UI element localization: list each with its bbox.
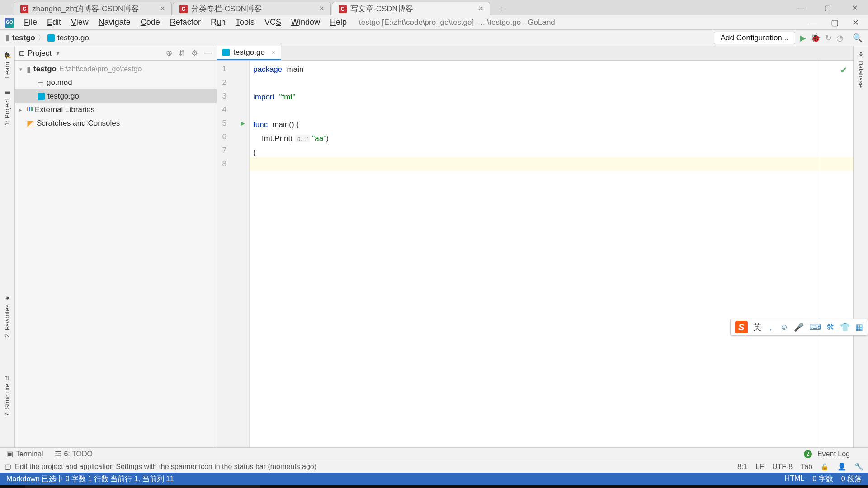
debug-icon[interactable]: 🐞: [811, 33, 821, 43]
project-tab[interactable]: 1: Project▮: [2, 84, 12, 131]
svg-rect-1: [29, 107, 30, 111]
sogou-icon[interactable]: S: [735, 321, 748, 333]
chevron-down-icon[interactable]: ▼: [55, 50, 61, 56]
editor-tab-testgo[interactable]: testgo.go ×: [217, 46, 281, 60]
minimize-icon[interactable]: —: [787, 0, 814, 15]
ime-keyboard-icon[interactable]: ⌨: [809, 322, 821, 332]
minimize-icon[interactable]: —: [809, 18, 817, 28]
structure-tab[interactable]: 7: Structure⇅: [2, 370, 12, 422]
learn-tab[interactable]: Learn🎓: [2, 46, 12, 84]
gear-icon[interactable]: ⚙: [191, 48, 198, 58]
tab-title: 分类专栏-CSDN博客: [191, 4, 262, 14]
caret-position[interactable]: 8:1: [737, 463, 747, 471]
settings-hint-icon[interactable]: ▢: [5, 462, 11, 471]
menu-code[interactable]: Code: [136, 18, 165, 27]
menu-file[interactable]: File: [19, 18, 42, 27]
navbar: ▮ testgo 〉 testgo.go Add Configuration..…: [0, 30, 868, 46]
ime-emoji-icon[interactable]: ☺: [780, 323, 788, 332]
line-separator[interactable]: LF: [755, 463, 764, 471]
close-icon[interactable]: ✕: [852, 18, 859, 28]
hide-icon[interactable]: —: [204, 48, 212, 58]
ime-mic-icon[interactable]: 🎤: [794, 322, 804, 332]
browser-tab-2[interactable]: C 分类专栏-CSDN博客 ×: [173, 2, 331, 15]
cortana-icon[interactable]: ○: [260, 485, 289, 488]
ime-toolbar[interactable]: S 英 ， ☺ 🎤 ⌨ 🛠 👕 ▦: [730, 319, 868, 336]
close-icon[interactable]: ✕: [841, 0, 868, 15]
close-icon[interactable]: ×: [160, 4, 165, 14]
breadcrumb-file[interactable]: testgo.go: [47, 33, 89, 42]
terminal-tab[interactable]: ▣Terminal: [6, 450, 43, 458]
profile-icon[interactable]: ◔: [836, 33, 844, 43]
line-gutter: 12345678 ▶: [217, 61, 250, 447]
goland-taskbar-icon[interactable]: GO: [405, 485, 434, 488]
browser-window-controls: — ▢ ✕: [787, 0, 868, 15]
run-gutter-icon[interactable]: ▶: [241, 117, 245, 130]
ime-skin-icon[interactable]: 👕: [840, 322, 850, 332]
event-log-tab[interactable]: 2Event Log: [804, 450, 850, 458]
menu-view[interactable]: View: [66, 18, 94, 27]
project-tree: ▾ ▮ testgo E:\zht\code\pro_go\testgo ≣ g…: [15, 61, 217, 132]
ime-lang[interactable]: 英: [753, 322, 761, 333]
project-panel-title[interactable]: Project: [28, 49, 52, 58]
explorer-icon[interactable]: 📁: [289, 485, 318, 488]
spanner-icon[interactable]: 🔧: [854, 462, 863, 471]
menu-help[interactable]: Help: [325, 18, 352, 27]
tab-title: zhanghe_zht的博客-CSDN博客: [32, 4, 139, 14]
menu-window[interactable]: Window: [286, 18, 325, 27]
editor-body[interactable]: 12345678 ▶ ✔ package main import "fmt" f…: [217, 61, 853, 447]
navbar-actions: Add Configuration... ▶ 🐞 ↻ ◔ 🔍: [714, 32, 863, 44]
start-button[interactable]: ⊞: [0, 485, 25, 488]
goland-logo-icon: GO: [5, 18, 14, 28]
ide-window-controls: — ▢ ✕: [809, 18, 863, 28]
indent-setting[interactable]: Tab: [801, 463, 812, 471]
app-status-bar: Markdown 已选中 9 字数 1 行数 当前行 1, 当前列 11 HTM…: [0, 473, 868, 485]
breadcrumb-separator: 〉: [38, 33, 45, 42]
menu-refactor[interactable]: Refactor: [165, 18, 206, 27]
menu-navigate[interactable]: Navigate: [94, 18, 136, 27]
close-icon[interactable]: ×: [271, 48, 275, 56]
breadcrumb-root[interactable]: ▮ testgo: [5, 33, 35, 42]
ime-grid-icon[interactable]: ▦: [855, 322, 863, 332]
maximize-icon[interactable]: ▢: [831, 18, 839, 28]
close-icon[interactable]: ×: [319, 4, 324, 14]
file-encoding[interactable]: UTF-8: [772, 463, 793, 471]
favorites-tab[interactable]: 2: Favorites★: [2, 289, 12, 343]
lock-icon[interactable]: 🔒: [821, 463, 829, 471]
ime-tool-icon[interactable]: 🛠: [826, 323, 835, 332]
locate-icon[interactable]: ⊕: [166, 48, 172, 58]
menu-edit[interactable]: Edit: [42, 18, 66, 27]
menu-run[interactable]: Run: [206, 18, 231, 27]
search-icon[interactable]: 🔍: [853, 33, 863, 43]
menu-vcs[interactable]: VCS: [259, 18, 286, 27]
sogou-browser-icon[interactable]: 🌐: [318, 485, 347, 488]
code-area[interactable]: ✔ package main import "fmt" func main() …: [250, 61, 853, 447]
tree-external-libraries[interactable]: ▸ External Libraries: [15, 103, 217, 117]
database-tab[interactable]: 🗄Database: [856, 46, 866, 93]
maximize-icon[interactable]: ▢: [814, 0, 841, 15]
new-tab-button[interactable]: ＋: [491, 2, 511, 15]
browser-tab-3[interactable]: C 写文章-CSDN博客 ×: [332, 2, 490, 15]
markdown-status: Markdown 已选中 9 字数 1 行数 当前行 1, 当前列 11: [6, 474, 174, 484]
taskbar-search[interactable]: 🔍 在这里输入你要搜索的内容: [25, 485, 260, 488]
chevron-right-icon[interactable]: ▸: [19, 107, 27, 113]
menu-tools[interactable]: Tools: [231, 18, 259, 27]
tree-scratches[interactable]: ◩ Scratches and Consoles: [15, 117, 217, 130]
ime-punct[interactable]: ，: [767, 322, 775, 333]
tree-root[interactable]: ▾ ▮ testgo E:\zht\code\pro_go\testgo: [15, 62, 217, 76]
run-icon[interactable]: ▶: [800, 33, 806, 43]
word-count: 0 字数: [812, 474, 833, 484]
chrome-icon[interactable]: ◉: [347, 485, 376, 488]
browser-tab-1[interactable]: C zhanghe_zht的博客-CSDN博客 ×: [14, 2, 172, 15]
inspector-icon[interactable]: 👤: [837, 462, 846, 471]
collapse-icon[interactable]: ⇵: [179, 48, 185, 58]
editor-tab-strip: testgo.go ×: [217, 46, 853, 61]
close-icon[interactable]: ×: [478, 4, 483, 14]
add-configuration-button[interactable]: Add Configuration...: [714, 32, 795, 44]
coverage-icon[interactable]: ↻: [825, 33, 832, 43]
todo-tab[interactable]: ☲6: TODO: [55, 450, 92, 458]
tree-file-gomod[interactable]: ≣ go.mod: [15, 76, 217, 89]
folder-icon: ▮: [27, 65, 31, 74]
chevron-down-icon[interactable]: ▾: [19, 66, 27, 72]
cmd-icon[interactable]: ▣: [376, 485, 405, 488]
tree-file-testgo[interactable]: testgo.go: [15, 89, 217, 103]
